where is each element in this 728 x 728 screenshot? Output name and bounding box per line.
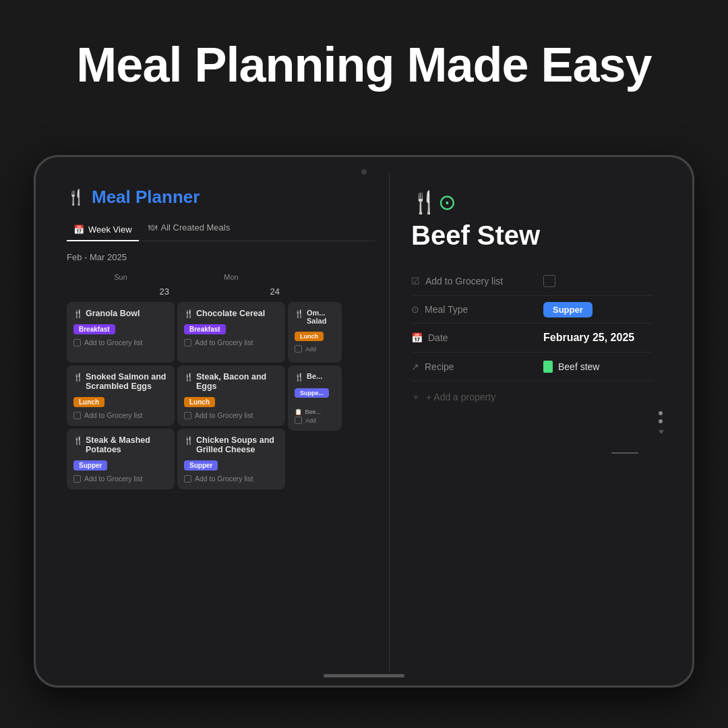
meal-steak-bacon[interactable]: 🍴 Steak, Bacon and Eggs Lunch Add to Gro… bbox=[177, 365, 285, 426]
meal-partial-title-2: Be... bbox=[307, 372, 322, 380]
meal-title-steak-pot: Steak & Mashed Potatoes bbox=[86, 435, 168, 454]
grocery-p1[interactable]: Add bbox=[295, 345, 335, 353]
meal-type-value[interactable]: Supper bbox=[543, 302, 593, 317]
page-title: Meal Planning Made Easy bbox=[0, 37, 728, 92]
tabs-bar: 📅 Week View 🍽 All Created Meals bbox=[67, 220, 375, 241]
meal-partial-1[interactable]: 🍴 Om... Salad Lunch Add bbox=[288, 302, 342, 363]
property-meal-type: ⊙ Meal Type Supper bbox=[411, 296, 653, 324]
meal-emoji-1: 🍴 bbox=[73, 309, 83, 318]
checkbox-4[interactable] bbox=[184, 339, 191, 346]
checkbox-p2[interactable] bbox=[295, 417, 302, 424]
grocery-5[interactable]: Add to Grocery list bbox=[184, 411, 278, 419]
checkbox-2[interactable] bbox=[73, 412, 81, 419]
tag-supper-2: Supper bbox=[184, 460, 218, 471]
checkbox-6[interactable] bbox=[184, 475, 191, 483]
date-value[interactable]: February 25, 2025 bbox=[543, 332, 634, 344]
panel-divider bbox=[389, 173, 390, 672]
property-grocery: ☑ Add to Grocery list bbox=[411, 267, 653, 296]
sunday-col: 🍴 Granola Bowl Breakfast Add to Grocery … bbox=[67, 302, 175, 494]
date-24: 24 bbox=[177, 286, 285, 297]
tablet-camera bbox=[361, 169, 367, 175]
calendar-prop-icon: 📅 bbox=[411, 332, 423, 343]
left-panel: 🍴 Meal Planner 📅 Week View 🍽 All Created… bbox=[56, 173, 386, 672]
checkbox-3[interactable] bbox=[73, 475, 81, 483]
app-content: 🍴 Meal Planner 📅 Week View 🍽 All Created… bbox=[56, 173, 672, 672]
meal-granola-bowl[interactable]: 🍴 Granola Bowl Breakfast Add to Grocery … bbox=[67, 302, 175, 363]
day-header-partial bbox=[288, 270, 342, 284]
grocery-label-4: Add to Grocery list bbox=[195, 338, 253, 346]
date-label: Date bbox=[428, 332, 448, 343]
app-header: 🍴 Meal Planner bbox=[67, 187, 375, 208]
app-title-text: Meal Planner bbox=[92, 187, 200, 208]
meal-title-choc: Chocolate Cereal bbox=[196, 309, 265, 318]
meal-emoji-4: 🍴 bbox=[184, 309, 193, 318]
tag-breakfast-1: Breakfast bbox=[73, 324, 115, 334]
grocery-prop-label: Add to Grocery list bbox=[425, 276, 503, 286]
property-recipe: ↗ Recipe Beef stew bbox=[411, 353, 653, 382]
day-header-sun: Sun bbox=[67, 270, 175, 284]
tag-supper-1: Supper bbox=[73, 460, 107, 471]
recipe-value[interactable]: Beef stew bbox=[543, 361, 599, 373]
grocery-2[interactable]: Add to Grocery list bbox=[73, 411, 168, 419]
add-property-row[interactable]: ＋ + Add a property bbox=[411, 382, 653, 413]
checkbox-p1[interactable] bbox=[295, 345, 302, 353]
fork-plate-icon: 🍴⊙ bbox=[411, 190, 456, 214]
tab-meals-label: All Created Meals bbox=[161, 222, 231, 233]
meal-emoji-6: 🍴 bbox=[184, 436, 193, 445]
scrollbar-dots bbox=[659, 411, 664, 434]
detail-icon-row: 🍴⊙ bbox=[411, 189, 653, 215]
meal-salmon-eggs[interactable]: 🍴 Snoked Salmon and Scrambled Eggs Lunch… bbox=[67, 365, 175, 426]
check-icon: ☑ bbox=[411, 276, 420, 286]
tab-week-view[interactable]: 📅 Week View bbox=[67, 220, 139, 241]
tag-lunch-1: Lunch bbox=[73, 397, 104, 407]
separator-line bbox=[611, 452, 638, 454]
grocery-1[interactable]: Add to Grocery list bbox=[73, 338, 168, 346]
tab-week-label: Week View bbox=[88, 224, 132, 235]
add-property-label: + Add a property bbox=[426, 392, 495, 402]
calendar-grid: 🍴 Granola Bowl Breakfast Add to Grocery … bbox=[67, 302, 375, 494]
meal-emoji-p1: 🍴 bbox=[295, 309, 304, 318]
meal-emoji-p2: 🍴 bbox=[295, 373, 304, 382]
scroll-dot-1 bbox=[659, 411, 663, 415]
grocery-label-3: Add to Grocery list bbox=[84, 475, 142, 483]
grocery-p2[interactable]: Add bbox=[295, 417, 335, 424]
scroll-arrow bbox=[659, 430, 664, 434]
tag-partial-2: Suppe... bbox=[295, 388, 329, 398]
recipe-text-partial: Bee... bbox=[305, 408, 321, 415]
grocery-checkbox-detail[interactable] bbox=[543, 275, 555, 287]
detail-title: Beef Stew bbox=[411, 220, 653, 251]
checkbox-1[interactable] bbox=[73, 339, 81, 346]
recipe-text: Beef stew bbox=[558, 361, 599, 372]
monday-col: 🍴 Chocolate Cereal Breakfast Add to Groc… bbox=[177, 302, 285, 494]
grocery-3[interactable]: Add to Grocery list bbox=[73, 475, 168, 483]
meal-title-steak-bacon: Steak, Bacon and Eggs bbox=[196, 372, 278, 391]
checkbox-5[interactable] bbox=[184, 412, 191, 419]
meal-emoji-2: 🍴 bbox=[73, 373, 83, 382]
meal-title-chicken: Chicken Soups and Grilled Cheese bbox=[196, 435, 278, 454]
plus-icon: ＋ bbox=[411, 391, 421, 403]
recipe-bookmark-icon bbox=[543, 361, 553, 373]
clock-icon: ⊙ bbox=[411, 304, 419, 315]
meal-partial-2[interactable]: 🍴 Be... Suppe... 📋 Bee... Add bbox=[288, 365, 342, 431]
grocery-6[interactable]: Add to Grocery list bbox=[184, 475, 278, 483]
meal-partial-title-1: Om... Salad bbox=[307, 309, 335, 325]
grocery-label-5: Add to Grocery list bbox=[195, 411, 253, 419]
meal-chicken-soup[interactable]: 🍴 Chicken Soups and Grilled Cheese Suppe… bbox=[177, 429, 285, 489]
day-header-mon: Mon bbox=[177, 270, 285, 284]
grocery-label-6: Add to Grocery list bbox=[195, 475, 253, 483]
meal-title-salmon: Snoked Salmon and Scrambled Eggs bbox=[86, 372, 168, 391]
partial-col: 🍴 Om... Salad Lunch Add 🍴 bbox=[288, 302, 342, 494]
meal-steak-potatoes[interactable]: 🍴 Steak & Mashed Potatoes Supper Add to … bbox=[67, 429, 175, 489]
grocery-4[interactable]: Add to Grocery list bbox=[184, 338, 278, 346]
app-icon: 🍴 bbox=[67, 189, 85, 206]
grocery-label-p2: Add bbox=[305, 417, 316, 424]
tablet-home-bar bbox=[324, 674, 404, 677]
meal-partial-3 bbox=[288, 433, 342, 494]
tab-all-meals[interactable]: 🍽 All Created Meals bbox=[142, 220, 237, 235]
calendar-header: Sun Mon bbox=[67, 270, 375, 284]
calendar-icon: 📅 bbox=[73, 224, 84, 235]
meal-choc-cereal[interactable]: 🍴 Chocolate Cereal Breakfast Add to Groc… bbox=[177, 302, 285, 363]
tablet-frame: 🍴 Meal Planner 📅 Week View 🍽 All Created… bbox=[34, 155, 694, 688]
meals-icon: 🍽 bbox=[148, 222, 157, 233]
tablet-screen: 🍴 Meal Planner 📅 Week View 🍽 All Created… bbox=[36, 157, 692, 686]
